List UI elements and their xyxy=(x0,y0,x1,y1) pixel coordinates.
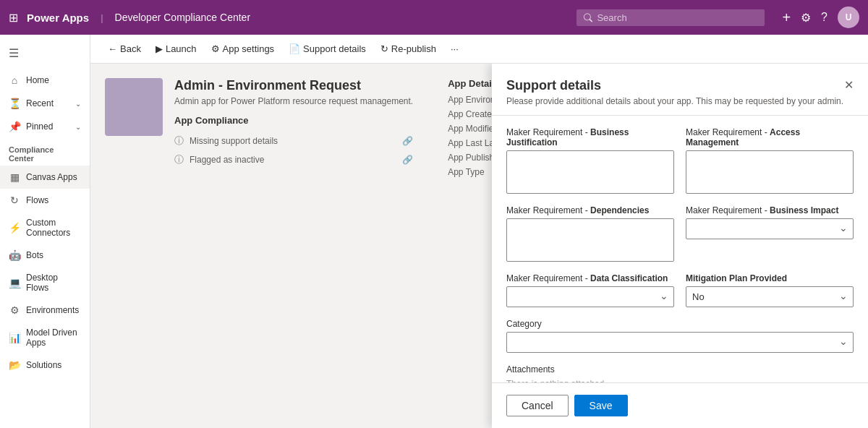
sidebar-item-label: Desktop Flows xyxy=(26,273,81,293)
compliance-item-label: Missing support details xyxy=(190,136,278,146)
app-settings-button[interactable]: ⚙ App settings xyxy=(205,40,281,57)
republish-label: Re-publish xyxy=(391,43,436,54)
app-thumbnail xyxy=(105,78,163,136)
access-management-label: Maker Requirement - Access Management xyxy=(686,127,854,147)
more-button[interactable]: ··· xyxy=(445,40,464,57)
category-select-wrapper xyxy=(506,332,854,353)
sidebar-item-home[interactable]: ⌂ Home xyxy=(0,69,90,92)
page-title: Developer Compliance Center xyxy=(115,12,251,23)
sidebar-item-label: Home xyxy=(26,75,81,85)
business-impact-select[interactable] xyxy=(686,218,854,239)
panel-title-text: Support details xyxy=(506,78,843,93)
main-content: ← Back ▶ Launch ⚙ App settings 📄 Support… xyxy=(90,35,868,428)
search-bar[interactable] xyxy=(576,9,765,26)
sidebar-item-label: Pinned xyxy=(26,121,69,132)
category-label: Category xyxy=(506,319,854,329)
access-management-field: Maker Requirement - Access Management xyxy=(686,127,854,194)
sidebar-item-custom-connectors[interactable]: ⚡ Custom Connectors xyxy=(0,212,90,244)
access-management-input[interactable] xyxy=(686,150,854,194)
support-details-button[interactable]: 📄 Support details xyxy=(283,40,372,57)
sidebar-item-pinned[interactable]: 📌 Pinned ⌄ xyxy=(0,115,90,138)
sidebar-item-solutions[interactable]: 📂 Solutions xyxy=(0,354,90,377)
republish-icon: ↻ xyxy=(380,43,388,54)
pin-icon: 📌 xyxy=(9,121,20,132)
chevron-down-icon: ⌄ xyxy=(75,123,81,131)
business-justification-label: Maker Requirement - Business Justificati… xyxy=(506,127,674,147)
sidebar-item-recent[interactable]: ⏳ Recent ⌄ xyxy=(0,92,90,115)
compliance-item-link[interactable]: 🔗 xyxy=(402,136,413,146)
canvas-apps-icon: ▦ xyxy=(9,171,20,183)
app-description: Admin app for Power Platform resource re… xyxy=(174,96,413,106)
search-input[interactable] xyxy=(597,12,757,23)
data-classification-select-wrapper xyxy=(506,286,674,307)
layout: ☰ ⌂ Home ⏳ Recent ⌄ 📌 Pinned ⌄ Complianc… xyxy=(0,35,868,428)
business-impact-field: Maker Requirement - Business Impact xyxy=(686,205,854,262)
data-classification-select[interactable] xyxy=(506,286,674,307)
panel-title: Support details Please provide additiona… xyxy=(506,78,843,106)
cancel-button[interactable]: Cancel xyxy=(506,395,569,416)
sidebar-item-environments[interactable]: ⚙ Environments xyxy=(0,299,90,322)
panel-footer: Cancel Save xyxy=(492,382,868,428)
business-impact-label: Maker Requirement - Business Impact xyxy=(686,205,854,215)
sidebar-item-desktop-flows[interactable]: 💻 Desktop Flows xyxy=(0,267,90,299)
back-label: Back xyxy=(120,43,141,54)
app-compliance: App Compliance ⓘ Missing support details… xyxy=(174,115,413,169)
app-settings-label: App settings xyxy=(223,43,275,54)
sidebar-item-label: Recent xyxy=(26,98,69,108)
dependencies-label: Maker Requirement - Dependencies xyxy=(506,205,674,215)
more-icon: ··· xyxy=(451,43,459,54)
panel-body: Maker Requirement - Business Justificati… xyxy=(492,116,868,382)
app-settings-icon: ⚙ xyxy=(211,43,220,54)
settings-icon[interactable]: ⚙ xyxy=(801,11,811,25)
desktop-flows-icon: 💻 xyxy=(9,277,20,288)
compliance-item-link[interactable]: 🔗 xyxy=(402,155,413,165)
sub-toolbar: ← Back ▶ Launch ⚙ App settings 📄 Support… xyxy=(90,35,868,64)
topbar: ⊞ Power Apps | Developer Compliance Cent… xyxy=(0,0,868,35)
avatar[interactable]: U xyxy=(838,7,859,28)
launch-button[interactable]: ▶ Launch xyxy=(150,40,203,57)
flows-icon: ↻ xyxy=(9,194,20,206)
business-justification-input[interactable] xyxy=(506,150,674,194)
panel-close-button[interactable]: ✕ xyxy=(844,78,854,92)
dependencies-input[interactable] xyxy=(506,218,674,262)
sidebar-item-label: Bots xyxy=(26,250,81,260)
attachments-section: Attachments There is nothing attached. 📎… xyxy=(506,364,854,382)
sidebar-item-bots[interactable]: 🤖 Bots xyxy=(0,244,90,267)
hamburger-icon[interactable]: ☰ xyxy=(0,40,90,66)
sidebar-item-model-driven[interactable]: 📊 Model Driven Apps xyxy=(0,322,90,354)
panel-header: Support details Please provide additiona… xyxy=(492,64,868,116)
save-button[interactable]: Save xyxy=(574,395,628,416)
sidebar-item-label: Flows xyxy=(26,195,81,205)
mitigation-plan-select[interactable]: No Yes xyxy=(686,286,854,307)
sidebar-item-label: Model Driven Apps xyxy=(26,328,81,348)
launch-icon: ▶ xyxy=(156,43,163,54)
sidebar-item-flows[interactable]: ↻ Flows xyxy=(0,189,90,212)
sidebar-item-canvas-apps[interactable]: ▦ Canvas Apps xyxy=(0,166,90,189)
sidebar-item-label: Custom Connectors xyxy=(26,218,81,238)
recent-icon: ⏳ xyxy=(9,98,20,109)
app-info: Admin - Environment Request Admin app fo… xyxy=(174,78,413,181)
support-details-panel: Support details Please provide additiona… xyxy=(492,64,868,428)
category-select[interactable] xyxy=(506,332,854,353)
support-details-label: Support details xyxy=(303,43,366,54)
attachments-label: Attachments xyxy=(506,364,854,374)
compliance-item: ⓘ Flagged as inactive 🔗 xyxy=(174,150,413,169)
compliance-section-label: Compliance Center xyxy=(0,138,90,166)
help-icon[interactable]: ? xyxy=(821,11,827,24)
compliance-title: App Compliance xyxy=(174,115,413,126)
business-justification-field: Maker Requirement - Business Justificati… xyxy=(506,127,674,194)
launch-label: Launch xyxy=(166,43,197,54)
back-button[interactable]: ← Back xyxy=(102,40,147,57)
model-driven-icon: 📊 xyxy=(9,332,20,343)
app-name: Admin - Environment Request xyxy=(174,78,413,93)
mitigation-plan-select-wrapper: No Yes xyxy=(686,286,854,307)
page-content: Admin - Environment Request Admin app fo… xyxy=(90,64,868,428)
add-icon[interactable]: + xyxy=(782,9,791,26)
data-classification-field: Maker Requirement - Data Classification xyxy=(506,273,674,307)
topbar-separator: | xyxy=(101,12,103,23)
bots-icon: 🤖 xyxy=(9,249,20,261)
solutions-icon: 📂 xyxy=(9,359,20,371)
grid-icon[interactable]: ⊞ xyxy=(9,11,18,25)
republish-button[interactable]: ↻ Re-publish xyxy=(375,40,442,57)
mitigation-plan-field: Mitigation Plan Provided No Yes xyxy=(686,273,854,307)
